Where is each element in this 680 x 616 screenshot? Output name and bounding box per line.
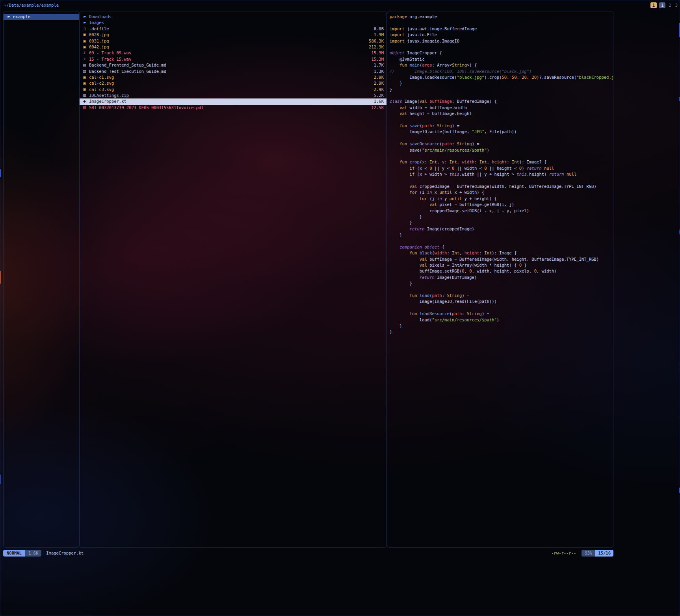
code-token <box>390 311 410 316</box>
tab-bar: 1123 <box>650 2 678 8</box>
doc-icon: ▤ <box>82 62 87 68</box>
code-token: ) = <box>482 311 489 316</box>
code-token: save( <box>390 148 422 152</box>
file-row[interactable]: ▣cal-c2.svg2.9K <box>80 80 386 86</box>
code-line: val pixels = IntArray(width * height) { … <box>390 262 613 268</box>
code-token: val <box>399 105 407 110</box>
code-line: if (x < 0 || y < 0 || width < 0 || heigh… <box>390 165 613 171</box>
code-token: : <box>507 160 512 164</box>
code-token: String <box>437 123 452 128</box>
code-token: , width) <box>537 269 557 273</box>
code-token: path <box>432 293 442 298</box>
code-token: val <box>399 111 407 116</box>
code-token: save <box>410 123 420 128</box>
file-row[interactable]: ◆ImageCropper.kt1.6K <box>80 98 386 104</box>
code-token: y < <box>439 166 452 171</box>
code-line <box>390 135 613 141</box>
code-token: ImageIO.write(buffImage, <box>390 129 472 134</box>
file-row[interactable]: ♪15 - Track 15.wav15.3M <box>80 56 386 62</box>
code-token: ) <box>497 317 499 322</box>
code-token: saveResource <box>410 141 440 146</box>
code-token: Image(ImageIO.read(File(path))) <box>390 299 497 304</box>
file-name: Backend_Test_Execution_Guide.md <box>89 69 166 74</box>
code-token: @JvmStatic <box>390 57 425 61</box>
breadcrumb-path: ~/Data/example/example <box>4 2 59 8</box>
code-line: // Image.black(100, 100).saveResource("b… <box>390 69 613 74</box>
file-row[interactable]: ▣0042.jpg212.9K <box>80 44 386 50</box>
code-token <box>390 172 410 176</box>
code-token: Image(croppedImage) <box>425 226 474 231</box>
file-row[interactable]: ▣0031.jpg586.3K <box>80 38 386 44</box>
code-token: )?.saveResource( <box>537 75 576 80</box>
code-token: , <box>517 75 522 80</box>
file-manager-panes: ▰example ▰Downloads▰Images▯.dotfile0.0B▣… <box>3 11 613 548</box>
file-row[interactable]: ♪09 - Track 09.wav15.3M <box>80 50 386 56</box>
code-token: "src/main/resources/$path" <box>422 148 487 152</box>
file-row[interactable]: ▰Images <box>80 20 386 26</box>
code-token: buffImage <box>429 99 452 104</box>
file-row[interactable]: ▣cal-c3.svg2.9K <box>80 87 386 93</box>
code-token <box>390 166 410 171</box>
code-token: fun <box>410 250 417 255</box>
file-size: 1.7K <box>371 62 384 68</box>
code-token: >) { <box>467 63 477 67</box>
code-token: , <box>527 75 532 80</box>
code-token <box>390 184 410 189</box>
code-line <box>390 238 613 244</box>
tab-3[interactable]: 3 <box>674 2 678 8</box>
code-line: fun black(width: Int, height: Int): Imag… <box>390 250 613 256</box>
code-token: Int <box>484 250 492 255</box>
file-icon: ▯ <box>82 26 87 32</box>
tab-1[interactable]: 1 <box>659 2 665 8</box>
code-token <box>390 190 410 195</box>
audio-icon: ♪ <box>82 56 87 62</box>
code-token: fun <box>410 311 417 316</box>
tab-1[interactable]: 1 <box>650 2 657 8</box>
code-token: } <box>390 87 392 92</box>
parent-item-example[interactable]: ▰example <box>4 14 79 20</box>
code-token <box>390 160 399 164</box>
file-row[interactable]: ▣cal-c1.svg2.9K <box>80 74 386 80</box>
code-token: : <box>452 141 457 146</box>
preview-pane: package org.example import java.awt.imag… <box>387 11 613 548</box>
code-token <box>390 250 410 255</box>
code-line: val pixel = buffImage.getRGB(i, j) <box>390 202 613 208</box>
code-token: until <box>450 196 462 201</box>
code-line: return Image(croppedImage) <box>390 226 613 232</box>
code-token: , File(path)) <box>484 129 517 134</box>
code-token: pixel = buffImage.getRGB(i, j) <box>437 202 514 207</box>
file-row[interactable]: ▧SBI_0032013739_2023_DE05_0003155631Invo… <box>80 105 386 111</box>
code-line <box>390 153 613 159</box>
code-token: (x < <box>414 166 429 171</box>
file-row[interactable]: ▰Downloads <box>80 14 386 20</box>
wallpaper-edge-glow <box>0 169 1 177</box>
code-token: import <box>390 32 405 37</box>
code-token: fun <box>399 123 407 128</box>
file-row[interactable]: ▣0028.jpg1.3M <box>80 32 386 38</box>
code-token: in <box>427 190 432 195</box>
folder-icon: ▰ <box>82 14 87 20</box>
code-token: String <box>447 293 462 298</box>
code-token: || <box>457 166 462 171</box>
file-name: 0028.jpg <box>89 32 109 38</box>
code-token: , <box>437 160 442 164</box>
code-line <box>390 20 613 26</box>
code-token <box>390 63 399 67</box>
code-token: width < <box>462 166 484 171</box>
code-line: val width = buffImage.width <box>390 105 613 111</box>
code-token: || <box>435 166 440 171</box>
file-permissions: -rw-r--r-- <box>551 550 576 556</box>
code-token <box>390 245 399 249</box>
file-row[interactable]: ▤Backend_Test_Execution_Guide.md1.3K <box>80 69 386 74</box>
file-row[interactable]: ▤Backend_Frontend_Setup_Guide.md1.7K <box>80 62 386 68</box>
code-token: return <box>527 166 542 171</box>
file-row[interactable]: ▦IDEAsettings.zip5.2K <box>80 93 386 98</box>
statusbar-left: NORMAL 1.6K ImageCropper.kt <box>3 550 84 557</box>
tab-2[interactable]: 2 <box>668 2 672 8</box>
file-name: SBI_0032013739_2023_DE05_0003155631Invoi… <box>89 105 204 111</box>
code-token: y + height) { <box>462 196 497 201</box>
file-row[interactable]: ▯.dotfile0.0B <box>80 26 386 32</box>
file-size-badge: 1.6K <box>25 550 41 557</box>
statusbar: NORMAL 1.6K ImageCropper.kt -rw-r--r-- 9… <box>3 550 613 557</box>
parent-pane: ▰example <box>3 11 79 548</box>
